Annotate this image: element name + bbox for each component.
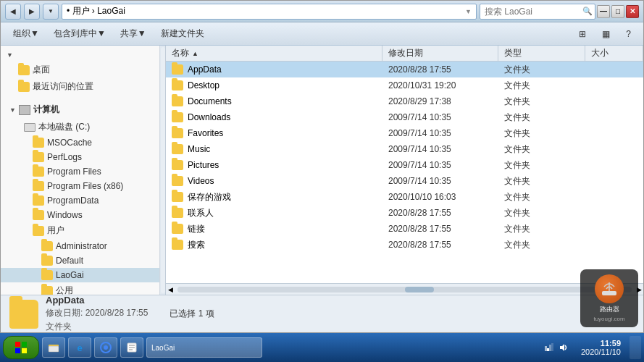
table-row[interactable]: AppData 2020/8/28 17:55 文件夹 — [166, 62, 643, 77]
file-area: 名称 ▲ 修改日期 类型 大小 AppData 2020/8/28 17:5 — [166, 46, 643, 295]
file-type: 文件夹 — [498, 159, 585, 172]
nav-forward-button[interactable]: ▶ — [24, 4, 40, 20]
sort-icon: ▲ — [192, 50, 198, 57]
window-controls: — □ ✕ — [597, 5, 639, 18]
organize-button[interactable]: 组织▼ — [7, 25, 46, 43]
sidebar-item-label: Administrator — [56, 241, 107, 251]
sidebar-item-msocache[interactable]: MSOCache — [1, 135, 159, 150]
sidebar-item-laogai[interactable]: LaoGai — [1, 268, 159, 282]
file-name: 搜索 — [188, 239, 205, 251]
sidebar-item-administrator[interactable]: Administrator — [1, 239, 159, 253]
svg-rect-5 — [22, 348, 27, 353]
file-name: 链接 — [188, 223, 205, 235]
file-list[interactable]: AppData 2020/8/28 17:55 文件夹 Desktop 2020… — [166, 62, 643, 283]
sidebar-item-local-disk-c[interactable]: 本地磁盘 (C:) — [1, 119, 159, 135]
col-header-date[interactable]: 修改日期 — [382, 46, 498, 61]
organize-label: 组织▼ — [13, 28, 39, 40]
folder-icon — [172, 64, 183, 75]
table-row[interactable]: Pictures 2009/7/14 10:35 文件夹 — [166, 157, 643, 173]
sidebar-item-label: 用户 — [47, 224, 64, 237]
folder-icon — [172, 96, 183, 106]
file-name: Pictures — [188, 160, 219, 170]
folder-icon — [33, 138, 44, 148]
table-row[interactable]: Downloads 2009/7/14 10:35 文件夹 — [166, 109, 643, 125]
file-type: 文件夹 — [498, 80, 585, 92]
table-row[interactable]: 链接 2020/8/28 17:55 文件夹 — [166, 221, 643, 237]
start-button[interactable] — [3, 336, 39, 359]
include-library-label: 包含到库中▼ — [54, 28, 106, 40]
table-row[interactable]: Documents 2020/8/29 17:38 文件夹 — [166, 93, 643, 109]
minimize-button[interactable]: — — [597, 5, 610, 18]
folder-icon — [172, 224, 183, 234]
nav-up-button[interactable]: ▼ — [43, 4, 59, 20]
table-row[interactable]: Favorites 2009/7/14 10:35 文件夹 — [166, 125, 643, 141]
file-date: 2020/8/29 17:38 — [382, 96, 498, 106]
include-library-button[interactable]: 包含到库中▼ — [47, 25, 112, 43]
folder-icon — [33, 152, 44, 162]
table-row[interactable]: 联系人 2020/8/28 17:55 文件夹 — [166, 205, 643, 221]
taskbar-ie-item[interactable]: e — [68, 337, 91, 358]
close-button[interactable]: ✕ — [626, 5, 639, 18]
file-type: 文件夹 — [498, 64, 585, 76]
tray-volume-icon[interactable] — [558, 342, 569, 353]
explorer-window: ◀ ▶ ▼ • 用户 › LaoGai ▼ 🔍 — □ ✕ 组织▼ 包含到库中▼… — [0, 0, 644, 333]
sidebar-item-windows[interactable]: Windows — [1, 208, 159, 222]
sidebar-item-desktop[interactable]: 桌面 — [1, 62, 159, 78]
folder-icon — [41, 241, 53, 251]
folder-icon — [18, 82, 30, 92]
folder-icon — [172, 112, 183, 122]
file-name: 保存的游戏 — [188, 191, 231, 203]
sidebar-item-default[interactable]: Default — [1, 253, 159, 268]
col-header-type[interactable]: 类型 — [498, 46, 585, 61]
table-row[interactable]: Videos 2009/7/14 10:35 文件夹 — [166, 173, 643, 189]
table-row[interactable]: 搜索 2020/8/28 17:55 文件夹 — [166, 237, 643, 253]
col-header-name[interactable]: 名称 ▲ — [166, 46, 382, 61]
folder-icon — [172, 208, 183, 218]
svg-rect-17 — [551, 343, 553, 351]
sidebar-item-label: 桌面 — [33, 64, 50, 76]
sidebar-item-perflogs[interactable]: PerfLogs — [1, 150, 159, 164]
share-label: 共享▼ — [120, 28, 146, 40]
taskbar-window-item[interactable]: LaoGai — [146, 337, 262, 358]
breadcrumb[interactable]: • 用户 › LaoGai ▼ — [62, 4, 477, 20]
computer-icon — [19, 105, 30, 115]
svg-rect-15 — [545, 346, 547, 351]
clock-date: 2020/11/10 — [581, 348, 621, 356]
folder-icon — [172, 144, 183, 154]
folder-icon — [172, 240, 183, 250]
new-folder-button[interactable]: 新建文件夹 — [154, 25, 211, 43]
folder-icon — [172, 160, 183, 170]
nav-back-button[interactable]: ◀ — [5, 4, 21, 20]
sidebar-item-program-files-x86[interactable]: Program Files (x86) — [1, 179, 159, 193]
svg-rect-0 — [602, 291, 616, 295]
taskbar-explorer-item[interactable] — [42, 337, 65, 358]
search-icon[interactable]: 🔍 — [582, 7, 593, 16]
folder-icon — [172, 128, 183, 138]
share-button[interactable]: 共享▼ — [114, 25, 153, 43]
show-desktop-button[interactable] — [630, 336, 641, 359]
table-row[interactable]: Music 2009/7/14 10:35 文件夹 — [166, 141, 643, 157]
horizontal-scrollbar[interactable]: ◀ ▶ — [166, 283, 643, 295]
sidebar-subsection-label: 计算机 — [33, 104, 59, 116]
taskbar-file-item[interactable] — [120, 337, 143, 358]
view-icon1-button[interactable]: ⊞ — [572, 25, 593, 43]
sidebar-item-programdata[interactable]: ProgramData — [1, 193, 159, 208]
taskbar-chrome-item[interactable] — [94, 337, 117, 358]
sidebar-item-recent[interactable]: 最近访问的位置 — [1, 78, 159, 95]
maximize-button[interactable]: □ — [611, 5, 624, 18]
view-icon2-button[interactable]: ▦ — [595, 25, 616, 43]
sidebar-item-label: LaoGai — [56, 270, 84, 280]
sidebar-item-public[interactable]: 公用 — [1, 282, 159, 295]
sidebar-item-users[interactable]: 用户 — [1, 222, 159, 239]
sidebar-section-favorites[interactable]: ▼ — [1, 49, 159, 62]
table-row[interactable]: Desktop 2020/10/31 19:20 文件夹 — [166, 77, 643, 93]
search-input[interactable] — [480, 4, 595, 20]
new-folder-label: 新建文件夹 — [161, 28, 204, 40]
titlebar: ◀ ▶ ▼ • 用户 › LaoGai ▼ 🔍 — □ ✕ — [1, 1, 643, 22]
help-button[interactable]: ? — [619, 25, 637, 43]
tray-network-icon[interactable] — [543, 342, 555, 353]
sidebar-subsection-computer[interactable]: ▼ 计算机 — [1, 101, 159, 119]
sidebar-item-program-files[interactable]: Program Files — [1, 164, 159, 179]
col-header-size[interactable]: 大小 — [585, 46, 643, 61]
table-row[interactable]: 保存的游戏 2020/10/10 16:03 文件夹 — [166, 189, 643, 205]
